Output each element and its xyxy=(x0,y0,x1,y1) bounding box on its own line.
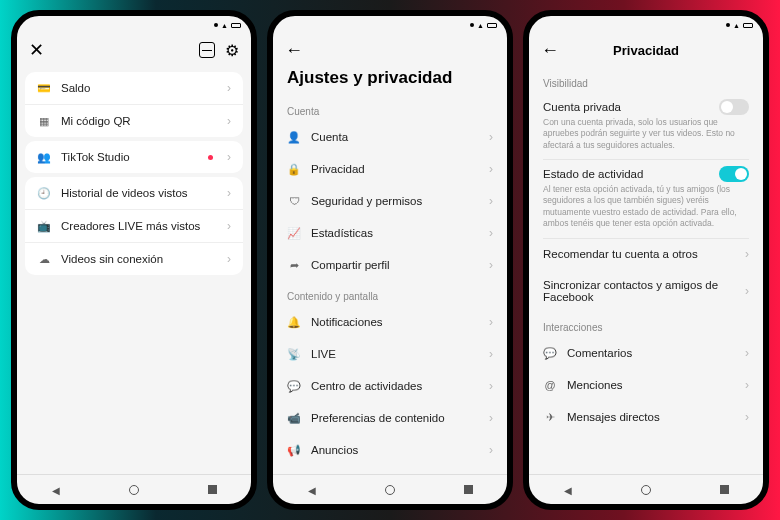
battery-icon xyxy=(231,23,241,28)
row-label: Saldo xyxy=(61,82,217,94)
topbar: Privacidad xyxy=(529,32,763,68)
back-icon[interactable] xyxy=(541,40,559,61)
topbar: ✕ xyxy=(17,32,251,68)
settings-row[interactable]: Sincronizar contactos y amigos de Facebo… xyxy=(529,270,763,312)
nav-home-icon[interactable] xyxy=(129,485,139,495)
settings-row[interactable]: 🔔Notificaciones xyxy=(273,306,507,338)
back-icon[interactable] xyxy=(285,40,303,61)
row-icon: 📢 xyxy=(287,443,301,457)
private-account-block: Cuenta privada Con una cuenta privada, s… xyxy=(529,93,763,159)
section-label-contenido: Contenido y pantalla xyxy=(273,281,507,306)
chevron-right-icon xyxy=(489,226,493,240)
row-icon: 💳 xyxy=(37,81,51,95)
chevron-right-icon xyxy=(489,130,493,144)
nav-recent-icon[interactable] xyxy=(464,485,473,494)
row-icon: ☁ xyxy=(37,252,51,266)
row-label: Notificaciones xyxy=(311,316,479,328)
nav-home-icon[interactable] xyxy=(641,485,651,495)
section-label-visibilidad: Visibilidad xyxy=(529,68,763,93)
row-label: Mi código QR xyxy=(61,115,217,127)
chevron-right-icon xyxy=(489,379,493,393)
activity-status-desc: Al tener esta opción activada, tú y tus … xyxy=(543,184,749,230)
settings-row[interactable]: 💬Centro de actividades xyxy=(273,370,507,402)
row-label: Privacidad xyxy=(311,163,479,175)
row-label: Compartir perfil xyxy=(311,259,479,271)
row-label: LIVE xyxy=(311,348,479,360)
settings-row[interactable]: 📹Preferencias de contenido xyxy=(273,402,507,434)
chevron-right-icon xyxy=(489,411,493,425)
phone-3: Privacidad Visibilidad Cuenta privada Co… xyxy=(523,10,769,510)
chevron-right-icon xyxy=(745,346,749,360)
wifi-icon xyxy=(733,21,740,30)
private-account-title: Cuenta privada xyxy=(543,101,621,113)
menu-row[interactable]: 📺Creadores LIVE más vistos xyxy=(25,209,243,242)
row-label: Seguridad y permisos xyxy=(311,195,479,207)
nav-back-icon[interactable] xyxy=(52,483,60,497)
row-icon: 🛡 xyxy=(287,194,301,208)
settings-row[interactable]: 🛡Seguridad y permisos xyxy=(273,185,507,217)
chevron-right-icon xyxy=(489,347,493,361)
settings-row[interactable]: 🔒Privacidad xyxy=(273,153,507,185)
nav-back-icon[interactable] xyxy=(564,483,572,497)
scan-icon[interactable] xyxy=(199,42,215,58)
close-icon[interactable]: ✕ xyxy=(29,41,44,59)
chevron-right-icon xyxy=(227,252,231,266)
row-icon: 📈 xyxy=(287,226,301,240)
nav-back-icon[interactable] xyxy=(308,483,316,497)
chevron-right-icon xyxy=(745,284,749,298)
settings-row[interactable]: Recomendar tu cuenta a otros xyxy=(529,238,763,270)
activity-status-toggle[interactable] xyxy=(719,166,749,182)
chevron-right-icon xyxy=(227,186,231,200)
settings-row[interactable]: 📈Estadísticas xyxy=(273,217,507,249)
content: Visibilidad Cuenta privada Con una cuent… xyxy=(529,68,763,474)
section-label-interacciones: Interacciones xyxy=(529,312,763,337)
private-account-toggle[interactable] xyxy=(719,99,749,115)
menu-row[interactable]: 💳Saldo xyxy=(25,72,243,104)
content: 💳Saldo▦Mi código QR 👥TikTok Studio 🕘Hist… xyxy=(17,68,251,474)
topbar xyxy=(273,32,507,68)
android-navbar xyxy=(529,474,763,504)
phone-1: ✕ 💳Saldo▦Mi código QR 👥TikTok Studio 🕘Hi… xyxy=(11,10,257,510)
phone-2: Ajustes y privacidad Cuenta 👤Cuenta🔒Priv… xyxy=(267,10,513,510)
row-icon: 💬 xyxy=(543,346,557,360)
row-icon: 👤 xyxy=(287,130,301,144)
nav-home-icon[interactable] xyxy=(385,485,395,495)
chevron-right-icon xyxy=(489,258,493,272)
settings-icon[interactable] xyxy=(225,41,239,60)
settings-row[interactable]: 📡LIVE xyxy=(273,338,507,370)
row-icon: 🕘 xyxy=(37,186,51,200)
settings-row[interactable]: 👤Cuenta xyxy=(273,121,507,153)
visibility-rows: Recomendar tu cuenta a otrosSincronizar … xyxy=(529,238,763,312)
row-icon: @ xyxy=(543,378,557,392)
chevron-right-icon xyxy=(227,114,231,128)
status-bar xyxy=(273,16,507,32)
settings-row[interactable]: 💬Comentarios xyxy=(529,337,763,369)
row-label: Videos sin conexión xyxy=(61,253,217,265)
nav-recent-icon[interactable] xyxy=(208,485,217,494)
row-label: Anuncios xyxy=(311,444,479,456)
section-label-cuenta: Cuenta xyxy=(273,96,507,121)
menu-row[interactable]: ☁Videos sin conexión xyxy=(25,242,243,275)
chevron-right-icon xyxy=(745,247,749,261)
settings-row[interactable]: ➦Compartir perfil xyxy=(273,249,507,281)
chevron-right-icon xyxy=(489,194,493,208)
notification-dot-icon xyxy=(208,155,213,160)
menu-row[interactable]: 👥TikTok Studio xyxy=(25,141,243,173)
menu-row[interactable]: 🕘Historial de videos vistos xyxy=(25,177,243,209)
row-label: Creadores LIVE más vistos xyxy=(61,220,217,232)
row-icon: 🔔 xyxy=(287,315,301,329)
settings-row[interactable]: @Menciones xyxy=(529,369,763,401)
row-label: Sincronizar contactos y amigos de Facebo… xyxy=(543,279,735,303)
android-navbar xyxy=(17,474,251,504)
row-icon: 📡 xyxy=(287,347,301,361)
row-label: Mensajes directos xyxy=(567,411,735,423)
nav-recent-icon[interactable] xyxy=(720,485,729,494)
page-title: Ajustes y privacidad xyxy=(273,68,507,96)
section-cuenta: 👤Cuenta🔒Privacidad🛡Seguridad y permisos📈… xyxy=(273,121,507,281)
row-icon: 🔒 xyxy=(287,162,301,176)
row-label: Estadísticas xyxy=(311,227,479,239)
settings-row[interactable]: 📢Anuncios xyxy=(273,434,507,466)
settings-row[interactable]: ✈Mensajes directos xyxy=(529,401,763,433)
menu-row[interactable]: ▦Mi código QR xyxy=(25,104,243,137)
chevron-right-icon xyxy=(489,315,493,329)
